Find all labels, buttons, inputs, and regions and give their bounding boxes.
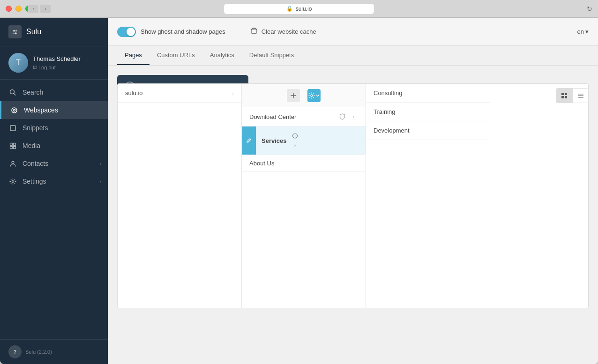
reload-button[interactable]: ↻ [587, 5, 592, 13]
toolbar-divider [235, 25, 235, 39]
sidebar-item-label: Search [22, 89, 43, 96]
svg-point-24 [295, 134, 295, 135]
close-button[interactable] [6, 6, 12, 12]
settings-icon [8, 177, 17, 186]
avatar: T [8, 53, 28, 73]
svg-rect-4 [10, 126, 15, 131]
svg-rect-6 [13, 143, 15, 145]
toggle-label: Show ghost and shadow pages [141, 28, 225, 35]
info-icon [291, 131, 300, 141]
main-content: Show ghost and shadow pages Clear websit… [108, 18, 598, 364]
minimize-button[interactable] [15, 6, 22, 12]
version-badge[interactable]: ? [8, 345, 22, 358]
shield-icon [337, 112, 347, 121]
logout-icon: ⊡ [33, 65, 37, 70]
logout-button[interactable]: ⊡ Log out [33, 65, 99, 70]
ghost-pages-toggle[interactable] [117, 27, 136, 37]
cache-icon [250, 27, 258, 36]
grid-view-button[interactable] [556, 89, 572, 103]
sidebar-footer: ? Sulu (2.2.0) [0, 339, 108, 364]
svg-rect-11 [251, 29, 257, 33]
svg-rect-5 [10, 143, 12, 145]
cache-label: Clear website cache [262, 28, 316, 35]
clear-cache-button[interactable]: Clear website cache [245, 24, 322, 39]
svg-rect-18 [578, 97, 583, 98]
svg-rect-17 [578, 96, 583, 97]
snippets-icon [8, 124, 17, 132]
item-label: Training [374, 108, 482, 115]
toolbar: Show ghost and shadow pages Clear websit… [108, 18, 598, 46]
brand-name: Sulu [26, 28, 41, 36]
tree-item-download-center[interactable]: Download Center › [242, 107, 366, 126]
svg-point-10 [12, 180, 14, 182]
toggle-group: Show ghost and shadow pages [117, 27, 225, 37]
edit-page-button[interactable] [242, 126, 256, 155]
traffic-lights [6, 6, 31, 12]
tab-custom-urls[interactable]: Custom URLs [150, 46, 202, 65]
tree-item-services-wrapper: Services › [242, 126, 366, 155]
sidebar-item-media[interactable]: Media [0, 137, 108, 155]
forward-button[interactable]: › [40, 5, 51, 13]
chevron-right-icon: › [99, 161, 101, 166]
tree-column-1: sulu.io › [118, 84, 242, 308]
tab-analytics[interactable]: Analytics [202, 46, 242, 65]
sidebar-item-webspaces[interactable]: Webspaces [0, 101, 108, 119]
svg-rect-7 [10, 146, 12, 149]
sidebar-item-label: Webspaces [24, 106, 58, 114]
list-view-button[interactable] [572, 89, 588, 103]
sidebar-item-settings[interactable]: Settings › [0, 172, 108, 190]
svg-rect-16 [578, 94, 583, 95]
user-section: T Thomas Schedler ⊡ Log out [0, 46, 108, 80]
page-content: sulu.io ▾ [108, 66, 598, 364]
svg-line-1 [14, 93, 15, 95]
nav-arrows: ‹ › [28, 5, 51, 13]
tab-pages[interactable]: Pages [117, 46, 150, 65]
tree-column-4 [490, 84, 588, 308]
tree-column-3: Consulting Training Development [366, 84, 490, 308]
toggle-knob [127, 28, 135, 36]
sidebar-item-label: Contacts [22, 160, 48, 167]
tree-item-about-us[interactable]: About Us [242, 155, 366, 172]
tree-item-services[interactable]: Services › [256, 126, 366, 155]
item-label: About Us [249, 160, 358, 167]
sidebar-item-label: Media [22, 142, 40, 149]
item-label: Services [262, 137, 287, 144]
sidebar-item-contacts[interactable]: Contacts › [0, 155, 108, 172]
user-info: Thomas Schedler ⊡ Log out [33, 55, 99, 70]
user-name: Thomas Schedler [33, 55, 99, 63]
sidebar-brand: ≋ Sulu [0, 18, 108, 46]
tab-default-snippets[interactable]: Default Snippets [242, 46, 301, 65]
url-text: sulu.io [296, 6, 312, 12]
sidebar-item-label: Snippets [22, 124, 48, 132]
search-icon [8, 88, 17, 97]
page-tabs: Pages Custom URLs Analytics Default Snip… [108, 46, 598, 66]
brand-icon: ≋ [8, 25, 22, 38]
sidebar-nav: Search Webspaces Snippets [0, 80, 108, 339]
tree-column-2: Download Center › [242, 84, 366, 308]
chevron-right-icon: › [349, 112, 358, 121]
sidebar-item-snippets[interactable]: Snippets [0, 119, 108, 137]
svg-rect-14 [561, 96, 564, 98]
sidebar-item-search[interactable]: Search [0, 83, 108, 101]
url-bar: 🔒 sulu.io [224, 4, 374, 14]
chevron-right-icon: › [99, 178, 101, 184]
svg-rect-15 [565, 96, 567, 98]
back-button[interactable]: ‹ [28, 5, 38, 13]
svg-rect-12 [561, 93, 564, 95]
svg-point-2 [12, 108, 17, 113]
item-icons: › [291, 131, 300, 150]
language-button[interactable]: en ▾ [577, 28, 589, 35]
item-label: Download Center [249, 113, 334, 120]
item-icons: › [337, 112, 358, 121]
chevron-right-icon: › [291, 141, 300, 150]
webspaces-icon [10, 106, 18, 114]
svg-point-3 [13, 109, 15, 111]
lang-text: en [577, 28, 584, 35]
sidebar: ≋ Sulu T Thomas Schedler ⊡ Log out [0, 18, 108, 364]
tree-item-development[interactable]: Development [366, 121, 490, 140]
svg-rect-13 [565, 93, 567, 95]
tree-item-training[interactable]: Training [366, 103, 490, 121]
svg-rect-8 [13, 146, 15, 149]
item-label: Development [374, 127, 482, 134]
media-icon [8, 141, 17, 150]
